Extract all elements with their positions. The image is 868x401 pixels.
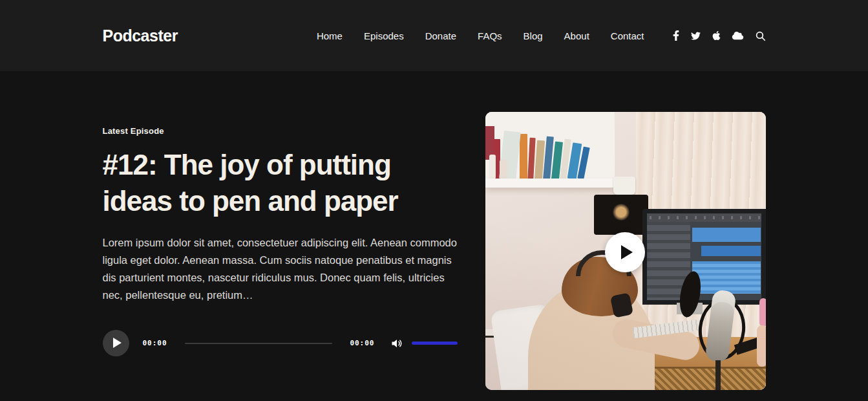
duration-time: 00:00: [350, 339, 374, 347]
latest-episode-label: Latest Episode: [103, 126, 468, 136]
current-time: 00:00: [143, 339, 167, 347]
audio-player: 00:00 00:00: [103, 330, 458, 356]
photo-play-button[interactable]: [605, 232, 645, 272]
volume-icon[interactable]: [390, 337, 403, 350]
main-nav: Home Episodes Donate FAQs Blog About Con…: [317, 30, 644, 41]
volume-slider[interactable]: [412, 341, 458, 345]
site-logo[interactable]: Podcaster: [103, 27, 178, 45]
play-button[interactable]: [103, 330, 129, 356]
nav-faqs[interactable]: FAQs: [478, 30, 502, 41]
nav-contact[interactable]: Contact: [611, 30, 644, 41]
search-icon[interactable]: [755, 30, 766, 41]
episode-photo: [485, 112, 766, 390]
facebook-icon[interactable]: [673, 30, 679, 41]
soundcloud-icon[interactable]: [732, 31, 744, 40]
social-links: [673, 30, 766, 41]
apple-icon[interactable]: [712, 30, 721, 41]
nav-episodes[interactable]: Episodes: [364, 30, 404, 41]
play-icon: [113, 338, 122, 348]
seek-bar[interactable]: [185, 343, 333, 344]
nav-blog[interactable]: Blog: [524, 30, 543, 41]
nav-about[interactable]: About: [564, 30, 589, 41]
play-icon: [621, 245, 633, 259]
twitter-icon[interactable]: [690, 31, 701, 41]
nav-donate[interactable]: Donate: [425, 30, 456, 41]
episode-description: Lorem ipsum dolor sit amet, consectetuer…: [103, 234, 458, 304]
site-header: Podcaster Home Episodes Donate FAQs Blog…: [0, 0, 868, 71]
nav-home[interactable]: Home: [317, 30, 343, 41]
main-content: Latest Episode #12: The joy of putting i…: [0, 71, 868, 390]
episode-title: #12: The joy of putting ideas to pen and…: [103, 147, 468, 219]
